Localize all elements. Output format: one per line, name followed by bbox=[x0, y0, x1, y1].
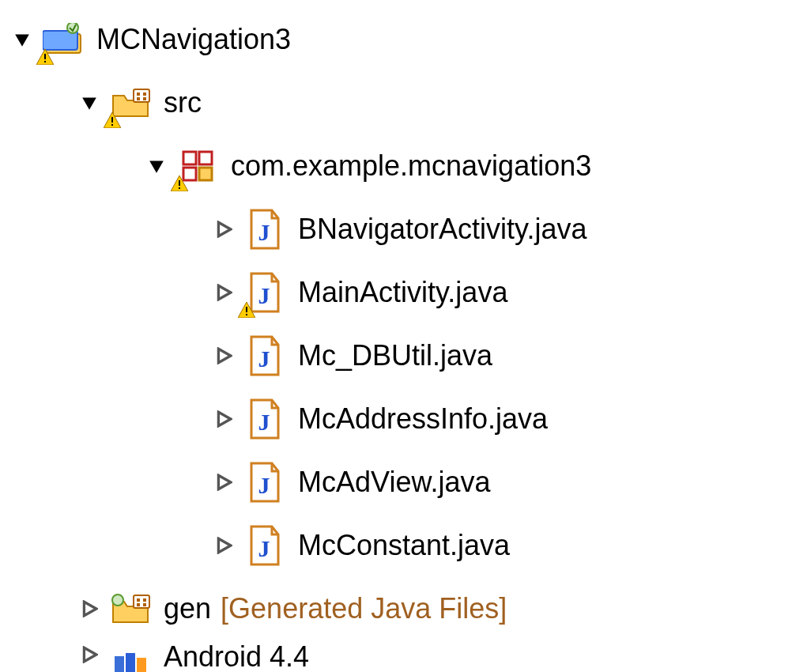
library-icon bbox=[108, 640, 153, 672]
tree-item-label: BNavigatorActivity.java bbox=[298, 213, 586, 246]
svg-rect-28 bbox=[143, 598, 146, 602]
tree-item-label: MainActivity.java bbox=[298, 276, 507, 309]
collapse-arrow-icon[interactable] bbox=[75, 640, 104, 669]
tree-item-java-file[interactable]: JMcConstant.java bbox=[0, 514, 792, 577]
tree-item-project[interactable]: MCNavigation3 bbox=[0, 8, 792, 71]
tree-item-java-file[interactable]: JMcAdView.java bbox=[0, 451, 792, 514]
collapse-arrow-icon[interactable] bbox=[209, 531, 238, 560]
collapse-arrow-icon[interactable] bbox=[209, 405, 238, 433]
expand-arrow-icon[interactable] bbox=[142, 152, 171, 180]
expand-arrow-icon[interactable] bbox=[8, 25, 36, 54]
svg-rect-3 bbox=[44, 54, 46, 59]
package-explorer-tree: MCNavigation3 src bbox=[0, 8, 792, 672]
svg-rect-10 bbox=[111, 117, 113, 123]
svg-text:J: J bbox=[258, 282, 270, 308]
svg-rect-11 bbox=[111, 124, 113, 126]
collapse-arrow-icon[interactable] bbox=[75, 595, 104, 623]
tree-item-label: McAddressInfo.java bbox=[298, 402, 548, 436]
svg-rect-15 bbox=[199, 168, 212, 180]
collapse-arrow-icon[interactable] bbox=[209, 468, 238, 496]
svg-rect-16 bbox=[179, 180, 180, 186]
svg-rect-13 bbox=[199, 152, 212, 164]
tree-item-label: com.example.mcnavigation3 bbox=[231, 149, 591, 183]
java-file-icon: J bbox=[243, 207, 287, 251]
svg-text:J: J bbox=[258, 535, 270, 561]
svg-rect-30 bbox=[143, 603, 146, 606]
java-file-icon: J bbox=[243, 523, 287, 568]
svg-text:J: J bbox=[258, 219, 270, 245]
collapse-arrow-icon[interactable] bbox=[209, 342, 238, 370]
tree-item-suffix: [Generated Java Files] bbox=[221, 592, 507, 625]
svg-rect-26 bbox=[134, 595, 149, 608]
java-file-icon: J bbox=[243, 460, 287, 504]
warning-badge-icon bbox=[238, 302, 255, 318]
svg-rect-29 bbox=[137, 603, 140, 606]
svg-rect-8 bbox=[137, 97, 140, 100]
tree-item-android-lib[interactable]: Android 4.4 bbox=[0, 640, 792, 672]
tree-item-label: gen bbox=[164, 592, 211, 625]
tree-item-label: MCNavigation3 bbox=[96, 23, 291, 56]
package-icon bbox=[175, 144, 220, 188]
java-file-icon: J bbox=[243, 397, 287, 441]
svg-rect-6 bbox=[137, 92, 140, 96]
java-file-icon: J bbox=[243, 334, 287, 378]
svg-rect-12 bbox=[183, 152, 196, 164]
svg-text:J: J bbox=[258, 345, 270, 372]
tree-item-label: McConstant.java bbox=[298, 529, 510, 562]
svg-rect-32 bbox=[115, 656, 124, 672]
svg-rect-17 bbox=[179, 187, 180, 189]
project-icon bbox=[41, 17, 85, 62]
svg-rect-20 bbox=[246, 307, 247, 312]
collapse-arrow-icon[interactable] bbox=[209, 215, 238, 244]
tree-item-label: src bbox=[164, 86, 202, 119]
expand-arrow-icon[interactable] bbox=[75, 89, 104, 117]
svg-rect-7 bbox=[143, 92, 146, 96]
tree-item-java-file[interactable]: JBNavigatorActivity.java bbox=[0, 198, 792, 261]
svg-rect-21 bbox=[246, 314, 247, 315]
svg-text:J: J bbox=[258, 472, 270, 498]
svg-text:J: J bbox=[258, 409, 270, 435]
java-file-icon: J bbox=[243, 270, 287, 315]
source-folder-icon bbox=[108, 81, 153, 125]
svg-rect-9 bbox=[143, 97, 146, 100]
tree-item-package[interactable]: com.example.mcnavigation3 bbox=[0, 134, 792, 198]
svg-point-31 bbox=[112, 595, 123, 606]
tree-item-label: Android 4.4 bbox=[164, 640, 309, 672]
tree-item-gen-folder[interactable]: gen [Generated Java Files] bbox=[0, 577, 792, 640]
svg-rect-4 bbox=[44, 61, 46, 62]
svg-rect-34 bbox=[137, 658, 146, 672]
tree-item-java-file[interactable]: JMcAddressInfo.java bbox=[0, 387, 792, 451]
tree-item-src-folder[interactable]: src bbox=[0, 71, 792, 134]
svg-rect-27 bbox=[137, 598, 140, 602]
tree-item-label: McAdView.java bbox=[298, 466, 490, 499]
svg-rect-5 bbox=[134, 89, 149, 102]
svg-rect-33 bbox=[126, 653, 135, 672]
collapse-arrow-icon[interactable] bbox=[209, 278, 238, 307]
source-folder-icon bbox=[108, 587, 153, 631]
tree-item-java-file[interactable]: JMainActivity.java bbox=[0, 261, 792, 324]
tree-item-label: Mc_DBUtil.java bbox=[298, 339, 492, 372]
tree-item-java-file[interactable]: JMc_DBUtil.java bbox=[0, 324, 792, 387]
